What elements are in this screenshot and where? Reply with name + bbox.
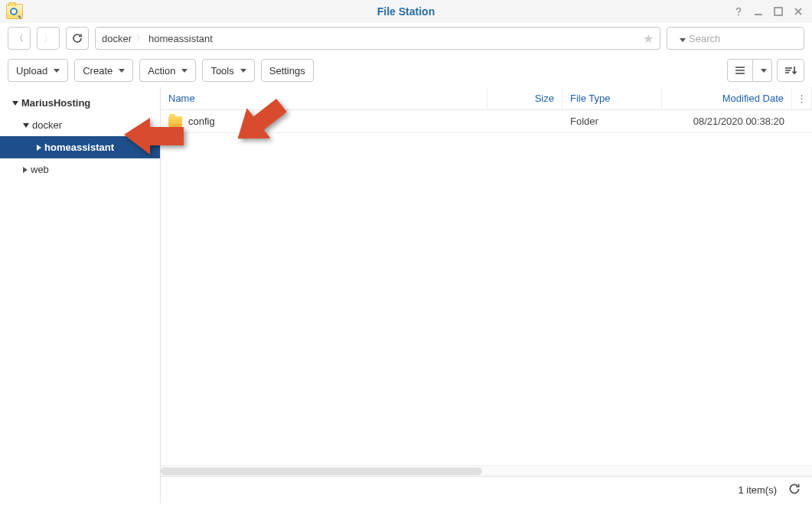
tree-root-label: MariusHosting: [21, 92, 90, 114]
app-icon: [6, 4, 23, 19]
tree-root[interactable]: MariusHosting: [0, 92, 160, 114]
titlebar: File Station: [0, 0, 812, 23]
help-icon[interactable]: [731, 4, 746, 19]
forward-button[interactable]: 〉: [37, 27, 60, 50]
settings-button[interactable]: Settings: [261, 59, 314, 82]
refresh-icon[interactable]: [788, 482, 801, 498]
close-button[interactable]: [791, 4, 806, 19]
action-button[interactable]: Action: [139, 59, 196, 82]
table-row[interactable]: config Folder 08/21/2020 00:38:20: [161, 110, 812, 133]
file-list: config Folder 08/21/2020 00:38:20: [161, 110, 812, 476]
scrollbar-thumb[interactable]: [161, 467, 482, 475]
view-dropdown[interactable]: [753, 59, 772, 82]
cell-name: config: [161, 116, 488, 127]
list-view-icon[interactable]: [727, 59, 753, 82]
main-area: MariusHosting docker homeassistant web N…: [0, 87, 812, 503]
column-menu-button[interactable]: ⋮: [792, 87, 812, 109]
upload-button[interactable]: Upload: [8, 59, 68, 82]
svg-rect-2: [774, 8, 782, 15]
window-title: File Station: [270, 5, 542, 18]
sidebar: MariusHosting docker homeassistant web: [0, 87, 161, 503]
chevron-right-icon: 〉: [136, 33, 144, 44]
refresh-button[interactable]: [66, 27, 89, 50]
tools-button[interactable]: Tools: [202, 59, 254, 82]
tree-item-label: web: [31, 158, 49, 181]
action-toolbar: Upload Create Action Tools Settings: [0, 54, 812, 87]
tree-item-label: docker: [32, 114, 62, 136]
chevron-right-icon[interactable]: [23, 167, 28, 173]
tree-item-docker[interactable]: docker: [0, 114, 160, 136]
svg-point-0: [738, 15, 739, 16]
chevron-right-icon[interactable]: [37, 145, 41, 151]
column-header-name[interactable]: Name: [161, 87, 488, 109]
sort-button[interactable]: [777, 59, 804, 82]
column-headers: Name Size File Type Modified Date ⋮: [161, 87, 812, 110]
create-button[interactable]: Create: [74, 59, 133, 82]
back-button[interactable]: 〈: [8, 27, 31, 50]
breadcrumb-segment[interactable]: homeassistant: [148, 33, 213, 44]
search-field[interactable]: [689, 33, 812, 44]
search-input[interactable]: [667, 27, 804, 50]
status-bar: 1 item(s): [161, 476, 812, 503]
cell-date: 08/21/2020 00:38:20: [662, 116, 792, 127]
view-mode-button[interactable]: [727, 59, 772, 82]
tree-item-label: homeassistant: [44, 136, 114, 158]
tree-item-homeassistant[interactable]: homeassistant: [0, 136, 160, 158]
nav-toolbar: 〈 〉 docker 〉 homeassistant ★: [0, 23, 812, 54]
maximize-button[interactable]: [771, 4, 786, 19]
svg-rect-1: [755, 14, 762, 15]
favorite-icon[interactable]: ★: [643, 31, 654, 46]
chevron-down-icon[interactable]: [12, 101, 18, 106]
column-header-type[interactable]: File Type: [563, 87, 662, 109]
chevron-down-icon[interactable]: [23, 123, 29, 128]
cell-type: Folder: [563, 116, 662, 127]
folder-icon: [168, 116, 182, 127]
minimize-button[interactable]: [751, 4, 766, 19]
breadcrumb[interactable]: docker 〉 homeassistant ★: [95, 27, 660, 50]
horizontal-scrollbar[interactable]: [161, 465, 812, 476]
column-header-size[interactable]: Size: [488, 87, 563, 109]
item-count: 1 item(s): [738, 484, 777, 496]
file-name: config: [188, 116, 215, 127]
chevron-down-icon: [677, 33, 686, 44]
breadcrumb-segment[interactable]: docker: [102, 33, 132, 44]
column-header-date[interactable]: Modified Date: [662, 87, 792, 109]
content-pane: Name Size File Type Modified Date ⋮ conf…: [161, 87, 812, 503]
tree-item-web[interactable]: web: [0, 158, 160, 181]
